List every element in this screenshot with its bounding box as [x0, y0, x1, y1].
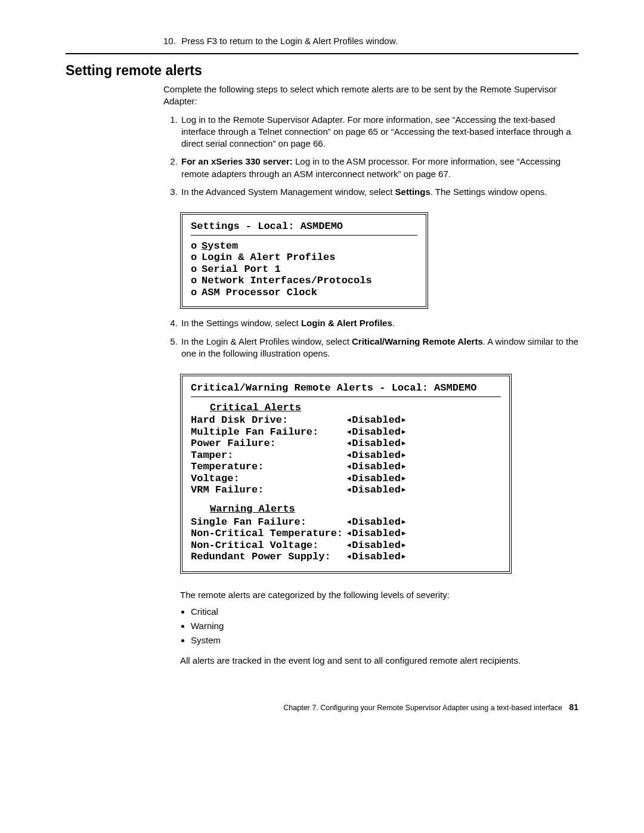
crit-voltage-value: Disabled: [346, 473, 407, 485]
step-3-pre: In the Advanced System Management window…: [181, 187, 395, 197]
warn-fan-label: Single Fan Failure:: [191, 516, 346, 528]
settings-title-rule: [191, 235, 417, 236]
crit-fan-value: Disabled: [346, 426, 407, 438]
step-1-text: Log in to the Remote Supervisor Adapter.…: [181, 114, 571, 149]
alerts-title-rule: [191, 397, 501, 397]
step-4: In the Settings window, select Login & A…: [180, 317, 578, 329]
step-3-post: . The Settings window opens.: [431, 187, 547, 197]
crit-hdd-value: Disabled: [346, 414, 407, 426]
section-rule: [66, 53, 578, 54]
settings-item-network: Network Interfaces/Protocols: [191, 275, 417, 287]
settings-window-title: Settings - Local: ASMDEMO: [191, 221, 417, 233]
warn-psu-label: Redundant Power Supply:: [191, 551, 346, 563]
crit-row-temp: Temperature:Disabled: [191, 461, 501, 473]
spacer: [191, 496, 501, 502]
settings-item-system-accel: S: [202, 240, 208, 252]
crit-vrm-value: Disabled: [346, 484, 407, 496]
crit-power-label: Power Failure:: [191, 438, 346, 450]
crit-voltage-label: Voltage:: [191, 473, 346, 485]
severity-intro: The remote alerts are categorized by the…: [180, 589, 578, 601]
settings-item-login-alert: Login & Alert Profiles: [191, 252, 417, 264]
settings-item-system: System: [191, 240, 417, 252]
crit-row-voltage: Voltage:Disabled: [191, 473, 501, 485]
step-3-bold: Settings: [395, 187, 431, 197]
crit-hdd-label: Hard Disk Drive:: [191, 414, 346, 426]
step-4-bold: Login & Alert Profiles: [301, 318, 392, 328]
alerts-window-screenshot: Critical/Warning Remote Alerts - Local: …: [180, 374, 512, 574]
warn-row-temp: Non-Critical Temperature:Disabled: [191, 528, 501, 540]
step-5-bold: Critical/Warning Remote Alerts: [352, 336, 483, 346]
warn-temp-value: Disabled: [346, 528, 407, 540]
settings-window-screenshot: Settings - Local: ASMDEMO System Login &…: [180, 212, 428, 309]
warn-fan-value: Disabled: [346, 516, 407, 528]
footer-chapter: Chapter 7. Configuring your Remote Super…: [283, 704, 562, 712]
settings-item-clock: ASM Processor Clock: [191, 287, 417, 299]
step-3: In the Advanced System Management window…: [180, 186, 578, 198]
crit-temp-value: Disabled: [346, 461, 407, 473]
warn-temp-label: Non-Critical Temperature:: [191, 528, 346, 540]
step-4-post: .: [392, 318, 395, 328]
crit-row-fan: Multiple Fan Failure:Disabled: [191, 426, 501, 438]
crit-row-tamper: Tamper:Disabled: [191, 450, 501, 462]
step-2-bold: For an xSeries 330 server:: [181, 156, 293, 166]
step-2: For an xSeries 330 server: Log in to the…: [180, 156, 578, 180]
crit-tamper-value: Disabled: [346, 450, 407, 462]
alerts-window-title: Critical/Warning Remote Alerts - Local: …: [191, 382, 501, 394]
page-footer: Chapter 7. Configuring your Remote Super…: [66, 702, 578, 712]
intro-paragraph: Complete the following steps to select w…: [163, 83, 578, 108]
crit-row-vrm: VRM Failure:Disabled: [191, 484, 501, 496]
crit-fan-label: Multiple Fan Failure:: [191, 426, 346, 438]
tracking-note: All alerts are tracked in the event log …: [180, 655, 578, 667]
critical-alerts-heading: Critical Alerts: [210, 402, 501, 414]
warn-voltage-value: Disabled: [346, 540, 407, 552]
step-10-text: Press F3 to return to the Login & Alert …: [181, 36, 398, 46]
warn-voltage-label: Non-Critical Voltage:: [191, 540, 346, 552]
settings-item-serial: Serial Port 1: [191, 264, 417, 275]
warning-alerts-heading: Warning Alerts: [210, 503, 501, 515]
steps-list-cont: In the Settings window, select Login & A…: [163, 317, 578, 360]
warn-row-psu: Redundant Power Supply:Disabled: [191, 551, 501, 563]
crit-row-power: Power Failure:Disabled: [191, 438, 501, 450]
crit-tamper-label: Tamper:: [191, 450, 346, 462]
section-heading: Setting remote alerts: [66, 63, 578, 79]
severity-system: System: [191, 633, 578, 648]
step-4-pre: In the Settings window, select: [181, 318, 301, 328]
severity-critical: Critical: [191, 605, 578, 619]
step-10-number: 10.: [163, 36, 179, 46]
crit-row-hdd: Hard Disk Drive:Disabled: [191, 414, 501, 426]
warn-psu-value: Disabled: [346, 551, 407, 563]
crit-vrm-label: VRM Failure:: [191, 484, 346, 496]
warn-row-voltage: Non-Critical Voltage:Disabled: [191, 540, 501, 552]
severity-warning: Warning: [191, 619, 578, 633]
crit-temp-label: Temperature:: [191, 461, 346, 473]
steps-list: Log in to the Remote Supervisor Adapter.…: [163, 114, 578, 199]
crit-power-value: Disabled: [346, 438, 407, 450]
severity-list: Critical Warning System: [180, 605, 578, 648]
step-1: Log in to the Remote Supervisor Adapter.…: [180, 114, 578, 150]
footer-page-number: 81: [569, 702, 578, 712]
settings-item-system-tail: ystem: [208, 240, 238, 252]
step-5: In the Login & Alert Profiles window, se…: [180, 336, 578, 360]
step-5-pre: In the Login & Alert Profiles window, se…: [181, 336, 352, 346]
step-10: 10. Press F3 to return to the Login & Al…: [163, 36, 578, 46]
warn-row-fan: Single Fan Failure:Disabled: [191, 516, 501, 528]
